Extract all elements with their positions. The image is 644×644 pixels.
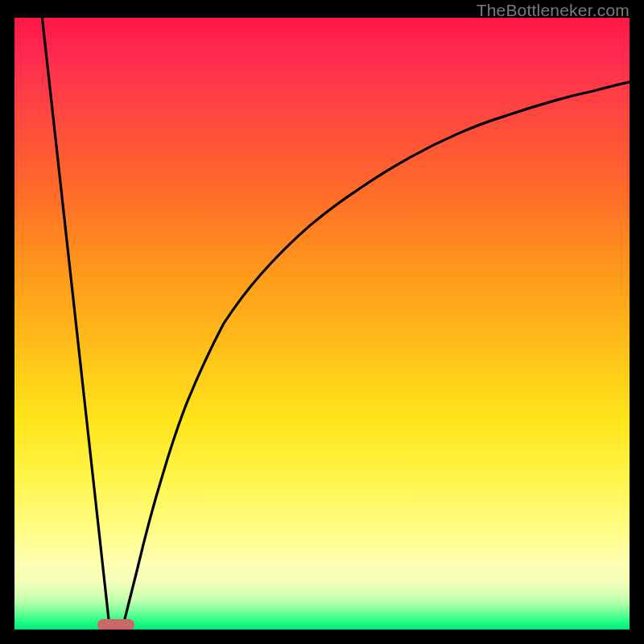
plot-area [14, 18, 630, 630]
series-left-branch [42, 18, 109, 630]
series-right-branch [122, 82, 630, 630]
minimum-marker [97, 619, 134, 630]
chart-frame: TheBottleneker.com [0, 0, 644, 644]
chart-curves [14, 18, 630, 630]
